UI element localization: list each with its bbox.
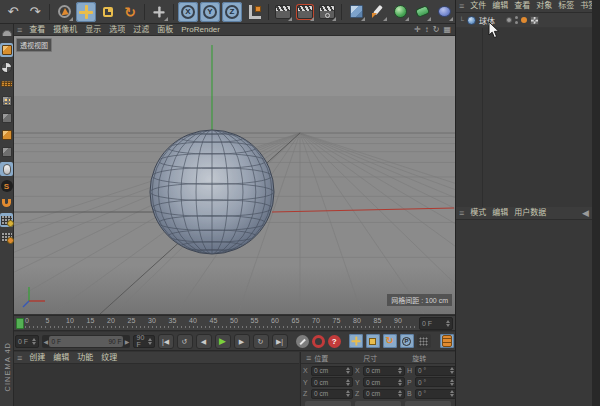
undo-icon[interactable]: ↶ [3, 2, 23, 22]
spline-pen-icon[interactable] [368, 2, 388, 22]
coordinates-panel-menu-icon[interactable]: ≡ [303, 352, 314, 364]
viewport-menu-item[interactable]: 过滤 [129, 24, 153, 36]
axis-lock-z-button[interactable]: Z [222, 2, 242, 22]
move-tool-icon[interactable] [76, 2, 96, 22]
record-rotation-icon[interactable]: ↻ [383, 334, 397, 348]
coords-mode-dropdown[interactable] [305, 401, 351, 406]
goto-prev-key-button[interactable]: ↺ [177, 334, 193, 349]
axis-lock-x-button[interactable]: X [178, 2, 198, 22]
object-manager-menu-item[interactable]: 编辑 [489, 0, 511, 12]
material-menu-item[interactable]: 功能 [73, 352, 97, 364]
subdivision-surface-icon[interactable] [390, 2, 410, 22]
material-menu-item[interactable]: 创建 [25, 352, 49, 364]
object-manager-menu-item[interactable]: 查看 [511, 0, 533, 12]
rotation-value-field[interactable]: 0 ° [415, 377, 455, 387]
model-mode-icon[interactable] [0, 43, 13, 57]
rotate-tool-icon[interactable]: ↻ [120, 2, 140, 22]
volume-icon[interactable] [434, 2, 454, 22]
keyframe-selection-box-icon[interactable] [440, 334, 454, 348]
render-view-icon[interactable] [273, 2, 293, 22]
material-menu-item[interactable]: 编辑 [49, 352, 73, 364]
sphere-primitive-icon[interactable] [467, 16, 476, 25]
render-settings-icon[interactable] [317, 2, 337, 22]
preview-range-slider[interactable]: ◀ 0 F 90 F ▶ [42, 335, 130, 348]
coordinates-column-label[interactable]: 位置 [314, 353, 363, 363]
viewport-toggle-views-icon[interactable]: ▦ [443, 24, 451, 36]
range-left-arrow-icon[interactable]: ◀ [43, 338, 48, 345]
edges-mode-icon[interactable] [0, 111, 13, 125]
live-selection-icon[interactable] [54, 2, 74, 22]
timeline-ruler[interactable]: 051015202530354045505560657075808590 0 F [14, 315, 455, 331]
coordinate-system-icon[interactable] [244, 2, 264, 22]
redo-icon[interactable]: ↷ [25, 2, 45, 22]
size-value-field[interactable]: 0 cm [363, 377, 405, 387]
object-manager-panel-menu-icon[interactable]: ≡ [456, 0, 467, 12]
prev-frame-button[interactable]: ◀ [196, 334, 212, 349]
viewport-menu-item[interactable]: 选项 [105, 24, 129, 36]
snap-magnet-icon[interactable] [0, 196, 13, 210]
range-start-field[interactable]: 0 F [15, 335, 39, 348]
material-menu-item[interactable]: 纹理 [97, 352, 121, 364]
range-end-field[interactable]: 90 F [133, 335, 154, 348]
frame-field-spinner[interactable] [446, 320, 450, 327]
object-row-sphere[interactable]: └ 球体 [456, 13, 592, 27]
add-cube-primitive-icon[interactable] [346, 2, 366, 22]
range-start-spinner[interactable] [32, 338, 36, 345]
enable-snap-icon[interactable]: S [0, 179, 13, 193]
apply-button[interactable] [405, 401, 451, 406]
object-manager-tree-area[interactable] [456, 28, 593, 207]
set-keyframe-selection-icon[interactable]: ? [328, 335, 341, 348]
size-value-field[interactable]: 0 cm [363, 366, 405, 376]
texture-mode-icon[interactable] [0, 60, 13, 74]
scale-tool-icon[interactable] [98, 2, 118, 22]
attribute-panel-menu-icon[interactable]: ≡ [456, 207, 467, 219]
coordinates-column-label[interactable]: 旋转 [412, 353, 455, 363]
viewport-menu-item[interactable]: 摄像机 [49, 24, 81, 36]
position-value-field[interactable]: 0 cm [311, 389, 353, 399]
coordinates-column-label[interactable]: 尺寸 [363, 353, 412, 363]
play-button[interactable]: ▶ [215, 334, 231, 349]
phong-tag-icon[interactable] [530, 16, 539, 25]
object-manager-menu-item[interactable]: 文件 [467, 0, 489, 12]
visibility-dots-icon[interactable] [515, 16, 518, 24]
coords-mode-dropdown[interactable] [355, 401, 401, 406]
record-position-icon[interactable] [349, 334, 363, 348]
rotation-value-field[interactable]: 0 ° [415, 389, 455, 399]
points-mode-icon[interactable] [0, 94, 13, 108]
record-keyframe-icon[interactable] [296, 335, 309, 348]
record-pla-icon[interactable] [417, 334, 431, 348]
make-editable-icon[interactable] [0, 26, 13, 40]
attribute-menu-item[interactable]: 模式 [467, 207, 489, 219]
object-enable-dot-icon[interactable] [521, 17, 527, 23]
lock-workplane-icon[interactable] [0, 213, 13, 227]
viewport-zoom-icon[interactable]: ↕ [425, 24, 429, 36]
viewport-menu-item[interactable]: 显示 [81, 24, 105, 36]
attribute-menu-item[interactable]: 编辑 [489, 207, 511, 219]
goto-start-button[interactable]: |◀ [158, 334, 174, 349]
sphere-object[interactable] [150, 130, 274, 255]
timeline-playhead[interactable] [16, 318, 24, 329]
axis-lock-y-button[interactable]: Y [200, 2, 220, 22]
last-used-tool-icon[interactable] [149, 2, 169, 22]
position-value-field[interactable]: 0 cm [311, 366, 353, 376]
attribute-menu-item[interactable]: 用户数据 [511, 207, 549, 219]
axis-mode-icon[interactable] [0, 145, 13, 159]
range-right-arrow-icon[interactable]: ▶ [125, 338, 130, 345]
range-end-spinner[interactable] [148, 338, 152, 345]
viewport-menu-item[interactable]: ProRender [177, 24, 224, 36]
goto-end-button[interactable]: ▶| [272, 334, 288, 349]
current-frame-field[interactable]: 0 F [419, 317, 453, 330]
render-region-icon[interactable] [295, 2, 315, 22]
range-bar[interactable]: 0 F 90 F [49, 336, 123, 347]
autokeying-icon[interactable] [312, 335, 325, 348]
size-value-field[interactable]: 0 cm [363, 389, 405, 399]
viewport-panel-menu-icon[interactable]: ≡ [14, 24, 25, 36]
viewport-pan-icon[interactable]: ✛ [414, 24, 421, 36]
next-frame-button[interactable]: ▶ [234, 334, 250, 349]
viewport-menu-item[interactable]: 查看 [25, 24, 49, 36]
workplane-options-icon[interactable] [0, 230, 13, 244]
object-manager-menu-item[interactable]: 对象 [533, 0, 555, 12]
workplane-mode-icon[interactable] [0, 77, 13, 91]
goto-next-key-button[interactable]: ↻ [253, 334, 269, 349]
perspective-viewport[interactable]: 透视视图 网格间距 : 100 cm [14, 36, 455, 314]
